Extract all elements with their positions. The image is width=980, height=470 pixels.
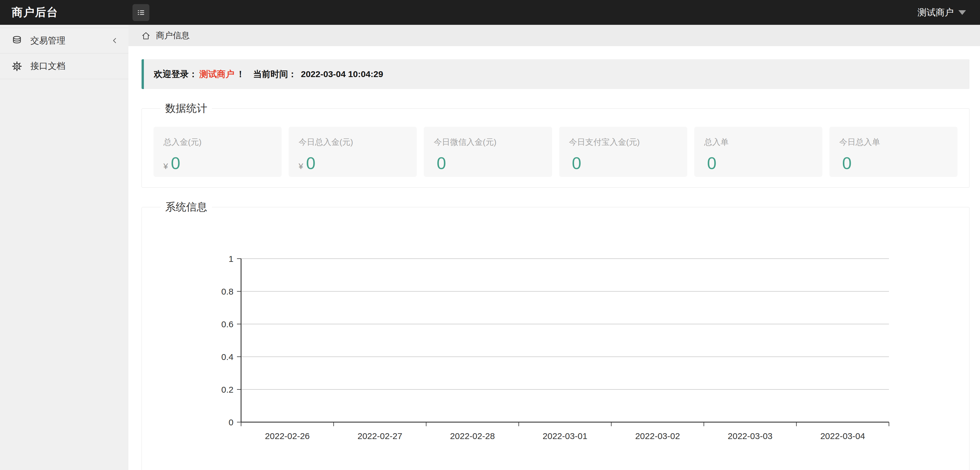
- home-icon: [141, 31, 151, 40]
- exclamation: ！: [236, 68, 245, 80]
- gear-icon: [12, 61, 22, 72]
- x-tick-label: 2022-02-28: [450, 431, 495, 441]
- section-data-statistics: 数据统计 总入金(元) ¥0 今日总入金(元) ¥0 今日微信入金(元) 0: [142, 101, 969, 188]
- breadcrumb: 商户信息: [129, 25, 980, 46]
- app-logo: 商户后台: [0, 5, 129, 20]
- stat-label: 总入单: [704, 137, 813, 148]
- stat-value: 0: [306, 155, 315, 172]
- stat-value: 0: [707, 155, 716, 172]
- sidebar-item-label: 接口文档: [30, 60, 65, 72]
- y-tick-label: 0.2: [221, 385, 234, 394]
- stat-label: 今日微信入金(元): [434, 137, 542, 148]
- x-tick-label: 2022-03-02: [635, 431, 680, 441]
- stat-label: 总入金(元): [164, 137, 272, 148]
- x-tick-label: 2022-03-03: [728, 431, 773, 441]
- list-icon: [136, 8, 146, 17]
- section-legend: 系统信息: [161, 200, 212, 214]
- stat-label: 今日总入金(元): [299, 137, 407, 148]
- y-tick-label: 1: [229, 255, 234, 264]
- stat-cards-row: 总入金(元) ¥0 今日总入金(元) ¥0 今日微信入金(元) 0 今日支付宝入…: [154, 116, 958, 187]
- x-tick-label: 2022-03-04: [820, 431, 865, 441]
- sidebar-toggle-button[interactable]: [132, 4, 150, 21]
- stat-card-today-wechat-in: 今日微信入金(元) 0: [424, 127, 552, 177]
- y-tick-label: 0.4: [221, 352, 234, 362]
- stat-value: 0: [842, 155, 851, 172]
- alert-merchant-name: 测试商户: [199, 68, 234, 80]
- sidebar-item-trade-management[interactable]: 交易管理: [0, 28, 129, 53]
- stat-card-today-alipay-in: 今日支付宝入金(元) 0: [559, 127, 687, 177]
- section-legend: 数据统计: [161, 101, 212, 116]
- stat-card-total-orders: 总入单 0: [694, 127, 822, 177]
- content: 欢迎登录： 测试商户 ！ 当前时间： 2022-03-04 10:04:29 数…: [129, 46, 980, 470]
- system-chart: 00.20.40.60.812022-02-262022-02-272022-0…: [203, 255, 958, 470]
- merchant-dropdown[interactable]: 测试商户: [918, 6, 980, 19]
- x-tick-label: 2022-03-01: [542, 431, 587, 441]
- sidebar-item-api-docs[interactable]: 接口文档: [0, 53, 129, 79]
- sidebar-item-label: 交易管理: [30, 35, 65, 47]
- currency-symbol: ¥: [299, 162, 303, 171]
- stat-card-today-total-orders: 今日总入单 0: [829, 127, 958, 177]
- chevron-down-icon: [958, 10, 966, 15]
- stat-value: 0: [171, 155, 180, 172]
- y-tick-label: 0.8: [221, 287, 234, 296]
- breadcrumb-label: 商户信息: [156, 30, 190, 41]
- welcome-alert: 欢迎登录： 测试商户 ！ 当前时间： 2022-03-04 10:04:29: [142, 59, 969, 89]
- x-tick-label: 2022-02-27: [358, 431, 402, 441]
- x-tick-label: 2022-02-26: [265, 431, 310, 441]
- sidebar: 交易管理 接口文档: [0, 25, 129, 470]
- y-tick-label: 0.6: [221, 319, 234, 329]
- empty-line-chart: 00.20.40.60.812022-02-262022-02-272022-0…: [203, 255, 921, 470]
- current-time-label: 当前时间：: [253, 68, 297, 80]
- currency-symbol: ¥: [164, 162, 168, 171]
- stat-value: 0: [437, 155, 446, 172]
- stat-value: 0: [572, 155, 581, 172]
- current-time-value: 2022-03-04 10:04:29: [301, 69, 383, 79]
- chevron-left-icon: [111, 37, 118, 45]
- stat-card-today-total-in: 今日总入金(元) ¥0: [289, 127, 417, 177]
- database-icon: [12, 35, 22, 46]
- topbar: 商户后台 测试商户: [0, 0, 980, 25]
- stat-label: 今日支付宝入金(元): [569, 137, 677, 148]
- stat-label: 今日总入单: [839, 137, 948, 148]
- welcome-label: 欢迎登录：: [154, 68, 197, 80]
- merchant-name: 测试商户: [918, 6, 954, 19]
- stat-card-total-in: 总入金(元) ¥0: [154, 127, 282, 177]
- y-tick-label: 0: [229, 417, 234, 427]
- main-area: 商户信息 欢迎登录： 测试商户 ！ 当前时间： 2022-03-04 10:04…: [129, 25, 980, 470]
- section-system-info: 系统信息 00.20.40.60.812022-02-262022-02-272…: [142, 200, 969, 470]
